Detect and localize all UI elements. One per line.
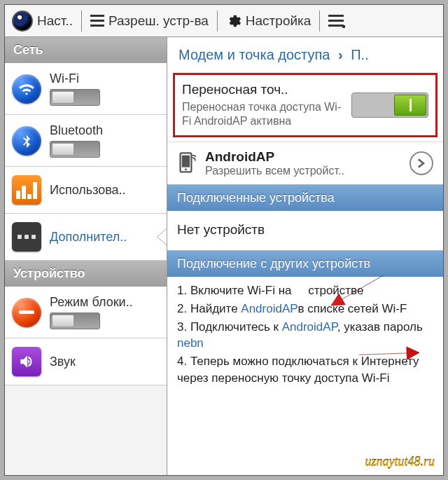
sidebar: Сеть Wi-Fi Bluetooth	[5, 37, 167, 475]
toolbar-permissions-label: Разреш. устр-ва	[108, 13, 209, 29]
breadcrumb-child: П..	[351, 47, 369, 62]
separator	[217, 11, 218, 32]
main-area: Сеть Wi-Fi Bluetooth	[5, 37, 443, 475]
toolbar-config-label: Настройка	[246, 13, 312, 29]
sidebar-item-label: Использова..	[50, 183, 160, 198]
toolbar-menu[interactable]	[326, 15, 345, 27]
header-other: Подключение с других устройств	[167, 250, 443, 277]
sidebar-item-lock[interactable]: Режим блоки..	[5, 287, 167, 338]
ap-name: AndroidAP	[205, 149, 401, 165]
breadcrumb-parent: Модем и точка доступа	[178, 47, 330, 62]
toolbar-settings[interactable]: Наст..	[9, 11, 76, 32]
section-network: Сеть	[5, 37, 167, 63]
chevron-right-icon: ›	[338, 47, 343, 62]
hotspot-highlight: Переносная точ.. Переносная точка доступ…	[173, 73, 438, 137]
ap-row[interactable]: AndroidAP Разрешить всем устройст..	[167, 142, 443, 184]
hotspot-title: Переносная точ..	[182, 82, 344, 97]
ap-link: AndroidAP	[282, 320, 337, 334]
gear-icon	[226, 13, 241, 29]
top-toolbar: Наст.. Разреш. устр-ва Настройка	[5, 5, 443, 37]
no-devices-text: Нет устройств	[167, 211, 443, 250]
sidebar-item-more[interactable]: Дополнител..	[5, 214, 167, 261]
chart-icon	[12, 175, 41, 205]
content-pane: Модем и точка доступа › П.. Переносная т…	[167, 37, 443, 475]
app-frame: Наст.. Разреш. устр-ва Настройка Сеть	[4, 4, 444, 476]
sidebar-item-usage[interactable]: Использова..	[5, 167, 167, 214]
ap-link: AndroidAP	[241, 302, 298, 315]
svg-point-2	[185, 169, 187, 171]
breadcrumb[interactable]: Модем и точка доступа › П..	[167, 37, 443, 70]
menu-icon	[328, 15, 344, 27]
menu-icon	[90, 15, 104, 27]
svg-rect-1	[182, 156, 190, 167]
section-device: Устройство	[5, 261, 167, 287]
ap-subtitle: Разрешить всем устройст..	[205, 165, 401, 177]
connection-steps: 1. Включите Wi-Fi на стройстве 2. Найдит…	[167, 277, 443, 398]
sidebar-item-label: Bluetooth	[50, 123, 160, 138]
hotspot-subtitle: Переносная точка доступа Wi-Fi AndroidAP…	[182, 100, 344, 128]
wifi-toggle[interactable]	[50, 89, 100, 106]
separator	[81, 11, 82, 32]
bluetooth-toggle[interactable]	[50, 141, 100, 158]
more-icon	[12, 222, 41, 252]
sidebar-item-label: Режим блоки..	[50, 295, 160, 310]
sidebar-item-sound[interactable]: Звук	[5, 338, 167, 385]
watermark: uznaytut48.ru	[365, 455, 435, 469]
hotspot-toggle[interactable]	[351, 92, 428, 118]
lock-toggle[interactable]	[50, 313, 100, 329]
toolbar-config[interactable]: Настройка	[223, 13, 314, 29]
toolbar-settings-label: Наст..	[37, 13, 73, 29]
wifi-icon	[12, 74, 41, 104]
device-icon	[177, 151, 197, 175]
sidebar-item-bluetooth[interactable]: Bluetooth	[5, 115, 167, 167]
gear-icon	[12, 11, 33, 32]
toolbar-permissions[interactable]: Разреш. устр-ва	[88, 13, 211, 29]
sidebar-item-label: Звук	[50, 355, 160, 369]
sidebar-item-label: Дополнител..	[50, 230, 160, 245]
sound-icon	[12, 347, 41, 376]
separator	[319, 11, 320, 32]
password-text: nebn	[177, 336, 204, 350]
sidebar-item-label: Wi-Fi	[50, 71, 160, 86]
sidebar-item-wifi[interactable]: Wi-Fi	[5, 63, 167, 115]
bluetooth-icon	[12, 126, 41, 156]
block-icon	[12, 298, 41, 327]
header-connected: Подключенные устройства	[167, 184, 443, 211]
chevron-right-icon[interactable]	[410, 151, 433, 175]
